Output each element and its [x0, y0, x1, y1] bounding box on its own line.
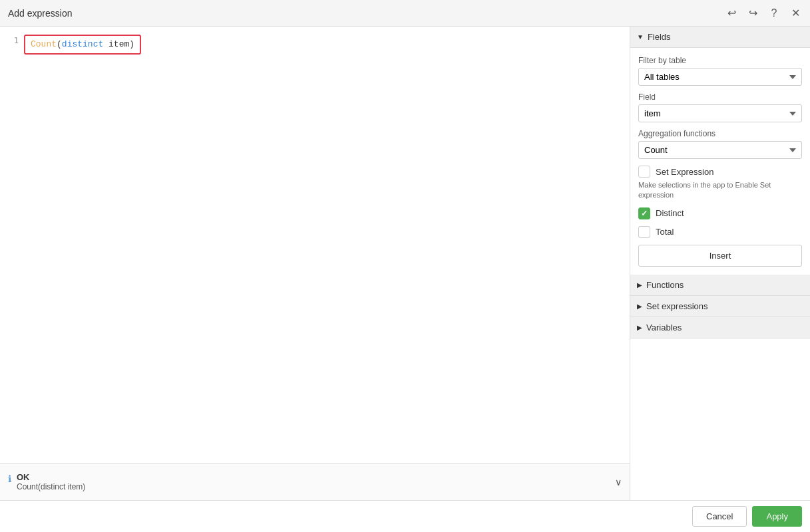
filter-by-table-label: Filter by table [638, 56, 802, 65]
redo-icon[interactable]: ↪ [746, 7, 759, 20]
fields-section-header[interactable]: ▼ Fields [630, 27, 810, 48]
editor-content[interactable]: 1 Count(distinct item) [0, 27, 630, 463]
field-label: Field [638, 92, 802, 102]
field-group: Field item [638, 92, 802, 122]
status-left: ℹ OK Count(distinct item) [8, 472, 85, 491]
undo-icon[interactable]: ↩ [725, 7, 738, 20]
set-expression-group: Set Expression Make selections in the ap… [638, 166, 802, 201]
code-paren-close: ) [129, 39, 134, 49]
apply-button[interactable]: Apply [752, 506, 802, 527]
title-bar: Add expression ↩ ↪ ? ✕ [0, 0, 810, 27]
distinct-label: Distinct [656, 208, 684, 218]
functions-section-label: Functions [646, 280, 684, 290]
aggregation-group: Aggregation functions Count Sum Avg Min … [638, 129, 802, 159]
info-icon: ℹ [8, 473, 11, 484]
variables-collapse-icon: ▶ [637, 324, 642, 331]
status-ok-label: OK [17, 472, 85, 482]
cancel-button[interactable]: Cancel [692, 506, 747, 527]
expression-code-box[interactable]: Count(distinct item) [24, 35, 141, 55]
editor-area: 1 Count(distinct item) ℹ OK Count(distin… [0, 27, 630, 500]
status-bar: ℹ OK Count(distinct item) ∨ [0, 463, 630, 500]
close-icon[interactable]: ✕ [789, 7, 802, 20]
help-icon[interactable]: ? [767, 7, 781, 20]
status-text-group: OK Count(distinct item) [17, 472, 85, 491]
variables-section-label: Variables [646, 323, 682, 332]
dialog-title: Add expression [8, 8, 73, 19]
distinct-row: Distinct [638, 207, 802, 219]
aggregation-label: Aggregation functions [638, 129, 802, 138]
set-expressions-section-header[interactable]: ▶ Set expressions [630, 296, 810, 317]
status-chevron[interactable]: ∨ [615, 477, 622, 487]
line-1-row: 1 Count(distinct item) [5, 32, 624, 57]
field-select[interactable]: item [638, 104, 802, 122]
set-expression-row: Set Expression [638, 166, 802, 178]
functions-section-header[interactable]: ▶ Functions [630, 275, 810, 296]
aggregation-select[interactable]: Count Sum Avg Min Max [638, 141, 802, 159]
code-field-item: item [108, 39, 129, 49]
main-area: 1 Count(distinct item) ℹ OK Count(distin… [0, 27, 810, 500]
line-number-1: 1 [5, 35, 24, 55]
status-expression: Count(distinct item) [17, 482, 85, 491]
fields-collapse-icon: ▼ [637, 33, 644, 41]
set-expressions-section-label: Set expressions [646, 301, 708, 311]
fields-section-label: Fields [648, 32, 671, 42]
variables-section-header[interactable]: ▶ Variables [630, 317, 810, 338]
filter-by-table-group: Filter by table All tables [638, 56, 802, 86]
add-expression-dialog: Add expression ↩ ↪ ? ✕ 1 Count(distinct … [0, 0, 810, 532]
distinct-checkbox[interactable] [638, 207, 650, 219]
total-label: Total [656, 227, 674, 237]
set-expression-checkbox[interactable] [638, 166, 650, 178]
filter-by-table-select[interactable]: All tables [638, 68, 802, 86]
bottom-bar: Cancel Apply [0, 500, 810, 532]
functions-collapse-icon: ▶ [637, 281, 642, 289]
code-paren-open: ( [57, 39, 62, 49]
total-checkbox[interactable] [638, 226, 650, 238]
title-bar-icons: ↩ ↪ ? ✕ [725, 7, 802, 20]
code-function-name: Count [31, 39, 57, 49]
code-space [103, 39, 108, 49]
fields-content: Filter by table All tables Field item Ag… [630, 48, 810, 275]
set-expressions-collapse-icon: ▶ [637, 303, 642, 310]
right-panel: ▼ Fields Filter by table All tables Fiel… [630, 27, 810, 500]
title-bar-left: Add expression [8, 8, 73, 19]
set-expression-hint: Make selections in the app to Enable Set… [638, 180, 802, 201]
total-row: Total [638, 226, 802, 238]
set-expression-label: Set Expression [656, 167, 713, 177]
insert-button[interactable]: Insert [638, 245, 802, 267]
code-keyword-distinct: distinct [62, 39, 103, 49]
